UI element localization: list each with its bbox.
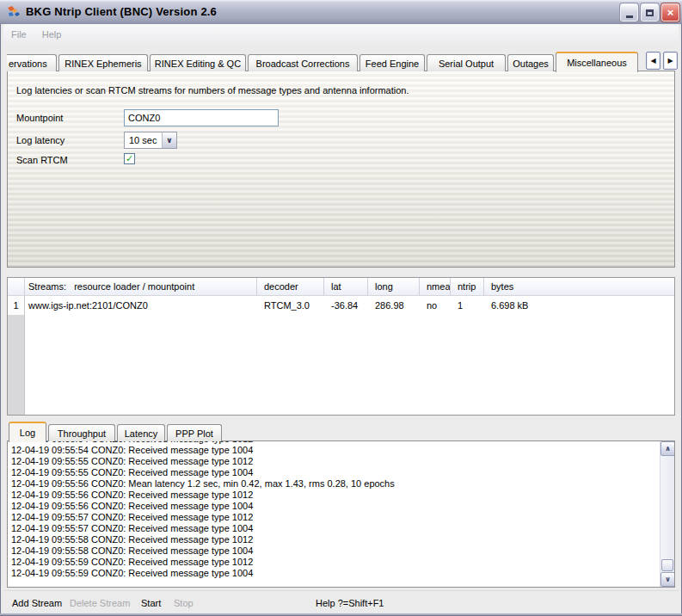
tab-latency[interactable]: Latency: [117, 424, 165, 441]
tab-feed-engine[interactable]: Feed Engine: [359, 54, 425, 71]
tab-scroll-left-button[interactable]: ◀: [646, 52, 660, 70]
log-latency-label: Log latency: [16, 135, 65, 145]
maximize-icon: [646, 9, 654, 16]
scroll-down-icon: ∨: [665, 576, 671, 583]
help-shortcut-label: Help ?=Shift+F1: [316, 591, 384, 614]
log-line: 12-04-19 09:55:56 CONZ0: Mean latency 1.…: [11, 478, 657, 490]
streams-table: Streams: resource loader / mountpoint de…: [7, 277, 675, 416]
log-line: 12-04-19 09:55:57 CONZ0: Received messag…: [11, 523, 657, 534]
tab-throughput[interactable]: Throughput: [48, 424, 115, 441]
log-line: 12-04-19 09:55:57 CONZ0: Received messag…: [11, 512, 657, 523]
menu-bar: File Help: [3, 24, 679, 45]
scroll-up-icon: ∧: [665, 445, 671, 453]
scan-rtcm-checkbox[interactable]: ✓: [124, 153, 135, 164]
title-bar: BKG Ntrip Client (BNC) Version 2.6 ×: [0, 0, 682, 24]
maximize-button[interactable]: [641, 3, 659, 22]
app-window: BKG Ntrip Client (BNC) Version 2.6 × Fil…: [0, 0, 682, 616]
scroll-right-icon: ▶: [667, 57, 673, 65]
log-latency-select[interactable]: 10 sec ∨: [124, 132, 177, 149]
header-ntrip: ntrip: [451, 278, 484, 295]
tab-scroll-right-button[interactable]: ▶: [663, 52, 678, 70]
log-line: 12-04-19 09:55:55 CONZ0: Received messag…: [11, 456, 657, 467]
cell-decoder: RTCM_3.0: [257, 296, 324, 315]
header-long: long: [368, 278, 420, 295]
row-number: 1: [8, 296, 25, 315]
add-stream-button[interactable]: Add Stream: [12, 591, 62, 614]
tab-broadcast-corrections[interactable]: Broadcast Corrections: [248, 54, 358, 71]
settings-tab-strip: ervations RINEX Ephemeris RINEX Editing …: [7, 51, 640, 71]
header-mountpoint: Streams: resource loader / mountpoint: [25, 278, 257, 295]
header-corner: [8, 278, 25, 295]
log-line: 12-04-19 09:55:59 CONZ0: Received messag…: [11, 568, 657, 579]
log-line: 12-04-19 09:55:58 CONZ0: Received messag…: [11, 534, 657, 545]
tab-outages[interactable]: Outages: [507, 54, 554, 71]
menu-file[interactable]: File: [3, 24, 34, 45]
tab-serial-output[interactable]: Serial Output: [427, 54, 506, 71]
cell-long: 286.98: [368, 296, 420, 315]
tab-rinex-ephemeris[interactable]: RINEX Ephemeris: [58, 54, 148, 71]
start-button[interactable]: Start: [141, 591, 161, 614]
log-output: 12-04-19 09:55:54 CONZ0: Received messag…: [7, 440, 675, 588]
chevron-down-icon: ∨: [166, 136, 172, 145]
tab-scrollers: ◀ ▶: [646, 52, 678, 70]
scroll-left-icon: ◀: [650, 57, 655, 65]
log-line: 12-04-19 09:55:54 CONZ0: Received messag…: [11, 445, 657, 456]
tab-log[interactable]: Log: [9, 422, 46, 442]
tab-rinex-observations-clipped[interactable]: ervations: [7, 54, 57, 71]
header-nmea: nmea: [420, 278, 451, 295]
combo-drop-button[interactable]: ∨: [162, 132, 176, 148]
log-line: 12-04-19 09:55:58 CONZ0: Received messag…: [11, 545, 657, 557]
mountpoint-input[interactable]: [124, 109, 279, 126]
cell-nmea: no: [420, 296, 451, 315]
scrollbar-thumb[interactable]: [661, 559, 673, 571]
log-scrollbar[interactable]: ∧ ∨: [660, 441, 674, 587]
minimize-button[interactable]: [620, 3, 638, 22]
cell-bytes: 6.698 kB: [484, 296, 674, 315]
tab-miscellaneous[interactable]: Miscellaneous: [556, 52, 638, 72]
tab-ppp-plot[interactable]: PPP Plot: [167, 424, 222, 441]
mountpoint-label: Mountpoint: [16, 113, 63, 123]
log-line: 12-04-19 09:55:56 CONZ0: Received messag…: [11, 501, 657, 512]
panel-description: Log latencies or scan RTCM streams for n…: [16, 85, 409, 95]
check-icon: ✓: [126, 154, 133, 163]
tab-rinex-editing-qc[interactable]: RINEX Editing & QC: [150, 54, 246, 71]
streams-table-header: Streams: resource loader / mountpoint de…: [8, 278, 674, 296]
scrollbar-down-button[interactable]: ∨: [660, 572, 675, 587]
log-latency-value: 10 sec: [125, 135, 162, 145]
cell-ntrip: 1: [451, 296, 484, 315]
log-line: 12-04-19 09:55:56 CONZ0: Received messag…: [11, 490, 657, 501]
menu-help[interactable]: Help: [34, 24, 70, 45]
scrollbar-up-button[interactable]: ∧: [660, 441, 675, 456]
close-button[interactable]: ×: [661, 3, 679, 22]
header-decoder: decoder: [257, 278, 324, 295]
stop-button[interactable]: Stop: [174, 591, 194, 614]
row-header-gutter: [8, 315, 25, 415]
minimize-icon: [626, 15, 633, 18]
header-lat: lat: [324, 278, 368, 295]
window-title: BKG Ntrip Client (BNC) Version 2.6: [26, 5, 217, 18]
status-bar: Add Stream Delete Stream Start Stop Help…: [3, 590, 679, 613]
log-line: 12-04-19 09:55:55 CONZ0: Received messag…: [11, 467, 657, 478]
bnc-app-icon: [7, 5, 21, 19]
cell-lat: -36.84: [324, 296, 368, 315]
close-icon: ×: [667, 7, 674, 18]
output-tab-strip: Log Throughput Latency PPP Plot: [9, 421, 224, 441]
scan-rtcm-label: Scan RTCM: [16, 155, 68, 165]
log-lines: 12-04-19 09:55:54 CONZ0: Received messag…: [11, 440, 657, 579]
miscellaneous-panel: Log latencies or scan RTCM streams for n…: [7, 71, 675, 268]
stream-row[interactable]: 1 www.igs-ip.net:2101/CONZ0 RTCM_3.0 -36…: [8, 296, 674, 315]
header-bytes: bytes: [484, 278, 674, 295]
delete-stream-button[interactable]: Delete Stream: [70, 591, 130, 614]
cell-mountpoint: www.igs-ip.net:2101/CONZ0: [25, 296, 257, 315]
log-line: 12-04-19 09:55:59 CONZ0: Received messag…: [11, 557, 657, 568]
